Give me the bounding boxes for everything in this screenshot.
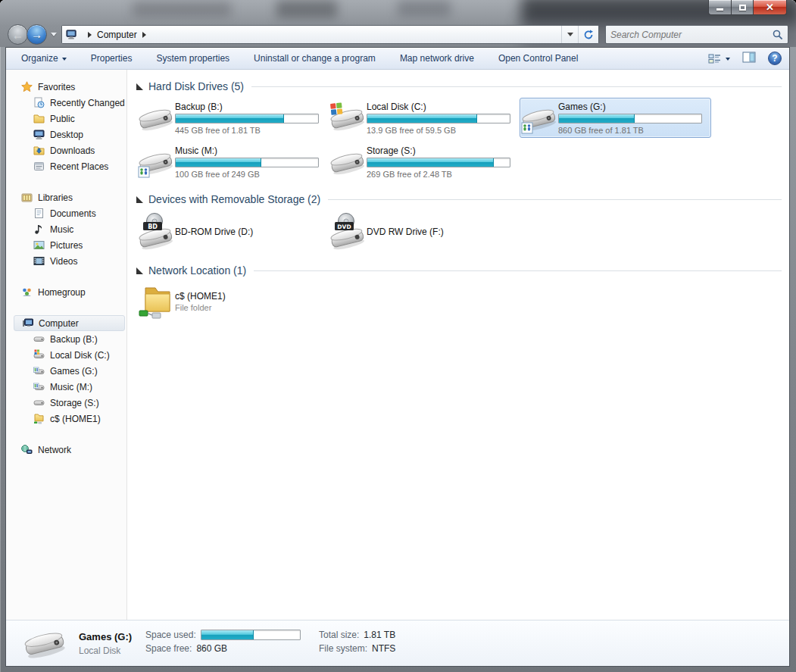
- drive-tile-backup[interactable]: Backup (B:) 445 GB free of 1.81 TB: [136, 98, 328, 138]
- disc-badge-label: DVD: [337, 223, 351, 230]
- navigation-pane: Favorites Recently Changed Public: [6, 70, 127, 620]
- properties-label: Properties: [91, 53, 133, 64]
- sidebar-item-videos[interactable]: Videos: [6, 253, 126, 269]
- minimize-button[interactable]: [708, 0, 731, 15]
- shared-drive-icon: [520, 102, 558, 134]
- drive-name: Backup (B:): [175, 102, 320, 112]
- preview-pane-button[interactable]: [742, 52, 756, 65]
- sidebar-label: Storage (S:): [50, 398, 99, 408]
- search-input[interactable]: [610, 30, 773, 40]
- sidebar-label: Public: [50, 114, 75, 124]
- sidebar-item-music[interactable]: Music: [6, 221, 126, 237]
- pictures-icon: [33, 239, 45, 251]
- hard-disk-grid: Backup (B:) 445 GB free of 1.81 TB: [136, 98, 720, 186]
- network-share-info: c$ (HOME1) File folder: [175, 291, 363, 312]
- sidebar-item-homegroup[interactable]: Homegroup: [6, 284, 126, 300]
- sidebar-item-recent-places[interactable]: Recent Places: [6, 158, 126, 174]
- sidebar-label: Desktop: [50, 130, 83, 140]
- sidebar-item-pictures[interactable]: Pictures: [6, 237, 126, 253]
- device-tile-bdrom[interactable]: BD BD-ROM Drive (D:): [136, 211, 328, 253]
- libraries-icon: [21, 192, 33, 203]
- open-control-panel-button[interactable]: Open Control Panel: [498, 53, 578, 64]
- drive-free-space: 13.9 GB free of 59.5 GB: [367, 126, 511, 135]
- chevron-down-icon: [726, 58, 730, 61]
- breadcrumb-item-computer[interactable]: Computer: [97, 30, 137, 40]
- capacity-meter: [367, 114, 510, 123]
- sidebar-label: Homegroup: [38, 287, 86, 298]
- documents-icon: [33, 208, 45, 219]
- maximize-button[interactable]: [731, 0, 753, 15]
- breadcrumb-arrow-icon[interactable]: [88, 32, 92, 38]
- capacity-meter: [558, 114, 702, 123]
- sidebar-item-public[interactable]: Public: [6, 111, 126, 127]
- sidebar-item-network-share[interactable]: c$ (HOME1): [6, 411, 126, 427]
- help-button[interactable]: ?: [768, 52, 782, 65]
- map-network-drive-button[interactable]: Map network drive: [400, 53, 474, 64]
- section-title: Network Location (1): [148, 264, 246, 277]
- sidebar-item-recently-changed[interactable]: Recently Changed: [6, 95, 126, 111]
- device-tile-dvdrw[interactable]: DVD DVD RW Drive (F:): [328, 211, 520, 253]
- section-header-hard-disk-drives[interactable]: Hard Disk Drives (5): [136, 79, 785, 94]
- refresh-button[interactable]: [578, 26, 598, 43]
- section-title: Hard Disk Drives (5): [148, 80, 244, 92]
- sidebar-item-favorites[interactable]: Favorites: [6, 79, 126, 95]
- sidebar-gap: [6, 269, 126, 284]
- downloads-icon: [33, 145, 45, 156]
- help-icon: ?: [772, 53, 777, 64]
- sidebar-item-local-disk-c[interactable]: Local Disk (C:): [6, 347, 126, 363]
- sidebar-item-documents[interactable]: Documents: [6, 205, 126, 221]
- drive-tile-local-disk[interactable]: Local Disk (C:) 13.9 GB free of 59.5 GB: [328, 98, 520, 138]
- properties-button[interactable]: Properties: [91, 53, 133, 64]
- drive-tile-games[interactable]: Games (G:) 860 GB free of 1.81 TB: [520, 98, 711, 138]
- system-properties-button[interactable]: System properties: [156, 53, 229, 64]
- change-view-button[interactable]: [708, 53, 730, 64]
- section-header-network-location[interactable]: Network Location (1): [136, 263, 785, 278]
- sidebar-gap: [6, 174, 126, 189]
- system-drive-icon: [329, 102, 367, 134]
- sidebar-item-desktop[interactable]: Desktop: [6, 127, 126, 142]
- search-box[interactable]: [605, 25, 788, 44]
- search-icon[interactable]: [773, 30, 783, 40]
- star-icon: [21, 81, 33, 92]
- sidebar-label: Documents: [50, 208, 96, 219]
- address-dropdown-button[interactable]: [561, 26, 578, 43]
- uninstall-program-button[interactable]: Uninstall or change a program: [254, 53, 376, 64]
- section-header-removable-storage[interactable]: Devices with Removable Storage (2): [136, 192, 785, 207]
- drive-info: Local Disk (C:) 13.9 GB free of 59.5 GB: [367, 102, 519, 135]
- refresh-icon: [583, 30, 594, 40]
- breadcrumb-arrow-icon[interactable]: [142, 32, 146, 38]
- drive-info: Storage (S:) 269 GB free of 2.48 TB: [367, 145, 519, 179]
- forward-button[interactable]: →: [27, 24, 47, 45]
- sidebar-item-libraries[interactable]: Libraries: [6, 189, 126, 205]
- removable-grid: BD BD-ROM Drive (D:): [136, 211, 720, 257]
- drive-icon: [33, 397, 45, 408]
- music-note-icon: [33, 223, 45, 235]
- capacity-meter: [367, 158, 510, 167]
- section-rule: [251, 86, 782, 87]
- uninstall-program-label: Uninstall or change a program: [254, 53, 376, 64]
- drive-tile-music[interactable]: Music (M:) 100 GB free of 249 GB: [136, 142, 328, 182]
- network-share-tile[interactable]: c$ (HOME1) File folder: [136, 282, 364, 321]
- sidebar-item-backup-drive[interactable]: Backup (B:): [6, 331, 126, 347]
- drive-tile-storage[interactable]: Storage (S:) 269 GB free of 2.48 TB: [328, 142, 520, 182]
- collapse-triangle-icon: [136, 267, 143, 274]
- breadcrumb[interactable]: Computer: [62, 26, 561, 43]
- shared-drive-icon: [33, 365, 45, 377]
- computer-icon: [66, 29, 77, 40]
- sidebar-label: Downloads: [50, 145, 95, 156]
- recent-pages-chevron-icon[interactable]: [51, 33, 57, 36]
- command-toolbar: Organize Properties System properties Un…: [6, 48, 789, 70]
- sidebar-item-music-drive[interactable]: Music (M:): [6, 379, 126, 395]
- sidebar-item-downloads[interactable]: Downloads: [6, 142, 126, 158]
- organize-button[interactable]: Organize: [21, 53, 67, 64]
- network-folder-icon: [137, 283, 175, 320]
- sidebar-item-computer[interactable]: Computer: [14, 315, 125, 331]
- back-button[interactable]: ←: [8, 24, 28, 45]
- sidebar-item-network[interactable]: Network: [6, 442, 126, 458]
- sidebar-item-storage-drive[interactable]: Storage (S:): [6, 395, 126, 411]
- sidebar-item-games-drive[interactable]: Games (G:): [6, 363, 126, 379]
- address-bar[interactable]: Computer: [61, 25, 599, 44]
- close-button[interactable]: ✕: [753, 0, 787, 15]
- windows-logo-icon: [330, 102, 342, 114]
- capacity-meter-fill: [176, 114, 284, 123]
